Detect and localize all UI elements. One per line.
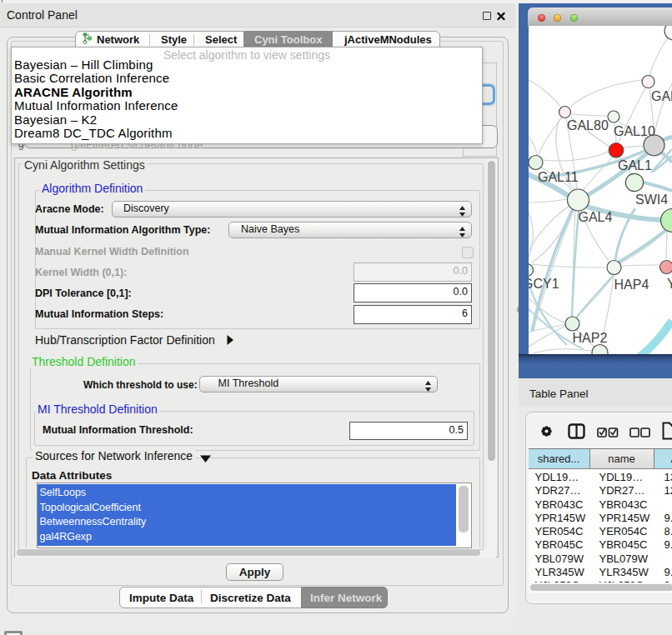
- svg-text:HAP4: HAP4: [614, 278, 649, 292]
- svg-text:GAL4: GAL4: [579, 210, 613, 224]
- svg-text:Y: Y: [667, 277, 672, 291]
- svg-text:GAL1: GAL1: [618, 158, 652, 172]
- svg-text:GAL11: GAL11: [538, 170, 579, 184]
- svg-text:GAL: GAL: [651, 89, 672, 103]
- svg-text:GAL80: GAL80: [567, 118, 609, 132]
- svg-text:SWI4: SWI4: [635, 192, 668, 207]
- svg-text:GAL10: GAL10: [614, 124, 655, 138]
- svg-text:HAP2: HAP2: [573, 331, 608, 345]
- svg-text:GCY1: GCY1: [529, 277, 559, 291]
